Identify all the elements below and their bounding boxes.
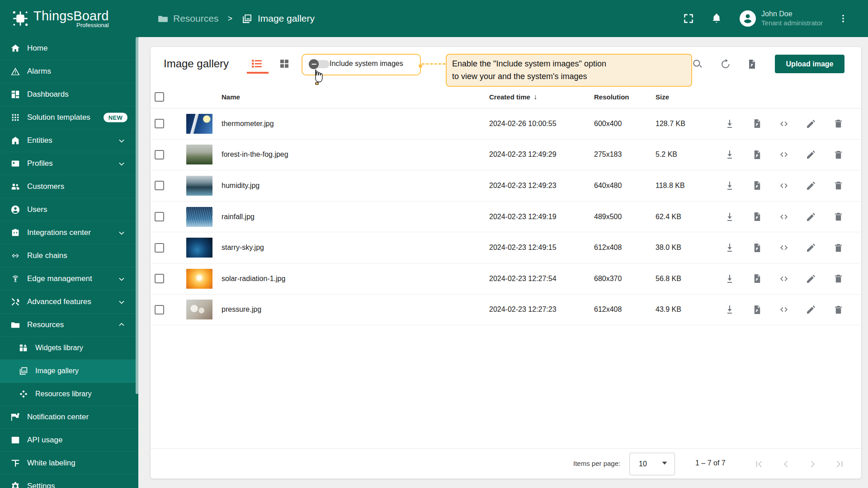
chevron-down-icon[interactable] xyxy=(118,160,126,168)
edit-pencil-icon[interactable] xyxy=(799,300,823,319)
download-icon[interactable] xyxy=(718,145,741,164)
upload-image-button[interactable]: Upload image xyxy=(775,55,844,73)
sidebar-item-users[interactable]: Users xyxy=(0,198,138,221)
embed-code-icon[interactable] xyxy=(772,300,796,319)
last-page-icon[interactable] xyxy=(830,455,849,473)
sidebar-item-settings[interactable]: Settings xyxy=(0,475,138,488)
sidebar-item-widgets-library[interactable]: Widgets library xyxy=(0,337,138,360)
chevron-down-icon[interactable] xyxy=(118,298,126,306)
table-row[interactable]: humidity.jpg 2024-02-23 12:49:23 640x480… xyxy=(151,170,861,202)
delete-trash-icon[interactable] xyxy=(826,239,850,257)
sidebar-item-alarms[interactable]: Alarms xyxy=(0,60,138,83)
row-checkbox[interactable] xyxy=(155,274,164,283)
download-icon[interactable] xyxy=(718,115,741,133)
row-checkbox[interactable] xyxy=(155,119,164,128)
delete-trash-icon[interactable] xyxy=(826,145,850,164)
export-file-icon[interactable] xyxy=(745,208,769,226)
embed-code-icon[interactable] xyxy=(772,208,796,226)
edit-pencil-icon[interactable] xyxy=(799,145,823,164)
download-icon[interactable] xyxy=(718,177,741,195)
embed-code-icon[interactable] xyxy=(772,270,796,288)
sidebar-item-entities[interactable]: Entities xyxy=(0,129,138,152)
sidebar-item-api-usage[interactable]: API usage xyxy=(0,429,138,452)
sidebar-item-white-labeling[interactable]: White labeling xyxy=(0,452,138,475)
avatar[interactable] xyxy=(740,10,756,27)
embed-code-icon[interactable] xyxy=(772,115,796,133)
export-file-icon[interactable] xyxy=(745,177,769,195)
sidebar-item-dashboards[interactable]: Dashboards xyxy=(0,83,138,106)
sidebar-item-edge-management[interactable]: Edge management xyxy=(0,267,138,291)
table-row[interactable]: solar-radiation-1.jpg 2024-02-23 12:27:5… xyxy=(151,263,861,295)
items-per-page-select[interactable]: 10 xyxy=(629,453,675,475)
delete-trash-icon[interactable] xyxy=(826,208,850,226)
brand-logo[interactable]: ThingsBoard Professional xyxy=(0,0,138,37)
grid-view-icon[interactable] xyxy=(278,57,291,70)
export-file-icon[interactable] xyxy=(745,115,769,133)
row-checkbox[interactable] xyxy=(155,181,164,190)
chevron-down-icon[interactable] xyxy=(118,229,126,237)
row-checkbox[interactable] xyxy=(155,150,164,160)
table-row[interactable]: rainfall.jpg 2024-02-23 12:49:19 489x500… xyxy=(151,202,861,233)
export-file-icon[interactable] xyxy=(745,239,769,257)
edit-pencil-icon[interactable] xyxy=(799,177,823,195)
edit-pencil-icon[interactable] xyxy=(799,115,823,133)
first-page-icon[interactable] xyxy=(750,455,768,473)
breadcrumb-item-resources[interactable]: Resources xyxy=(157,13,218,24)
download-icon[interactable] xyxy=(718,239,741,257)
export-file-icon[interactable] xyxy=(745,270,769,288)
export-file-icon[interactable] xyxy=(745,145,769,164)
breadcrumb-item-image-gallery[interactable]: Image gallery xyxy=(241,13,315,24)
column-header-resolution[interactable]: Resolution xyxy=(594,93,656,101)
column-header-size[interactable]: Size xyxy=(656,93,718,101)
edit-pencil-icon[interactable] xyxy=(799,239,823,257)
row-checkbox[interactable] xyxy=(155,305,164,314)
chevron-up-icon[interactable] xyxy=(118,321,126,329)
list-view-icon[interactable] xyxy=(250,57,264,70)
sidebar-item-resources[interactable]: Resources xyxy=(0,314,138,337)
table-row[interactable]: starry-sky.jpg 2024-02-23 12:49:15 612x4… xyxy=(151,232,861,263)
table-row[interactable]: forest-in-the-fog.jpeg 2024-02-23 12:49:… xyxy=(151,140,861,171)
delete-trash-icon[interactable] xyxy=(826,300,850,319)
export-file-icon[interactable] xyxy=(745,300,769,319)
delete-trash-icon[interactable] xyxy=(826,177,850,195)
more-vertical-icon[interactable] xyxy=(835,11,851,26)
sidebar-item-integrations-center[interactable]: Integrations center xyxy=(0,221,138,244)
download-icon[interactable] xyxy=(718,270,741,288)
sidebar-item-customers[interactable]: Customers xyxy=(0,175,138,198)
embed-code-icon[interactable] xyxy=(772,239,796,257)
fullscreen-icon[interactable] xyxy=(681,11,696,26)
sidebar-item-rule-chains[interactable]: Rule chains xyxy=(0,244,138,267)
embed-code-icon[interactable] xyxy=(772,145,796,164)
edit-pencil-icon[interactable] xyxy=(799,270,823,288)
sidebar-item-profiles[interactable]: Profiles xyxy=(0,152,138,175)
sidebar-scrollbar[interactable] xyxy=(136,37,138,394)
bell-icon[interactable] xyxy=(709,11,724,26)
column-header-name[interactable]: Name xyxy=(222,93,489,101)
sidebar-item-resources-library[interactable]: Resources library xyxy=(0,383,138,406)
chevron-down-icon[interactable] xyxy=(118,275,126,283)
next-page-icon[interactable] xyxy=(804,455,822,473)
sidebar-item-solution-templates[interactable]: Solution templates NEW xyxy=(0,106,138,129)
download-icon[interactable] xyxy=(718,208,741,226)
sidebar-item-notification-center[interactable]: Notification center xyxy=(0,406,138,429)
export-file-icon[interactable] xyxy=(745,57,759,71)
include-system-images-toggle[interactable] xyxy=(309,60,330,69)
column-header-created-time[interactable]: Created time ↓ xyxy=(489,93,594,102)
table-row[interactable]: thermometer.jpg 2024-02-26 10:00:55 600x… xyxy=(151,108,861,140)
download-icon[interactable] xyxy=(718,300,741,319)
select-all-checkbox[interactable] xyxy=(155,92,164,102)
delete-trash-icon[interactable] xyxy=(826,270,850,288)
row-checkbox[interactable] xyxy=(155,243,164,253)
search-icon[interactable] xyxy=(690,57,705,71)
previous-page-icon[interactable] xyxy=(777,455,795,473)
sidebar-item-advanced-features[interactable]: Advanced features xyxy=(0,291,138,314)
embed-code-icon[interactable] xyxy=(772,177,796,195)
user-info[interactable]: John Doe Tenant administrator xyxy=(761,9,823,28)
chevron-down-icon[interactable] xyxy=(118,136,126,145)
row-checkbox[interactable] xyxy=(155,212,164,221)
edit-pencil-icon[interactable] xyxy=(799,208,823,226)
table-row[interactable]: pressure.jpg 2024-02-23 12:27:23 612x408… xyxy=(151,295,861,326)
sidebar-item-image-gallery[interactable]: Image gallery xyxy=(0,360,138,383)
refresh-icon[interactable] xyxy=(718,57,733,71)
delete-trash-icon[interactable] xyxy=(826,115,850,133)
